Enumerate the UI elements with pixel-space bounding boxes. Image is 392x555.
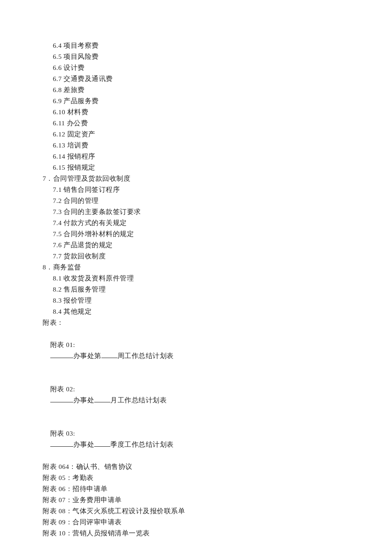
appendix-02-tail: 月工作总结计划表 bbox=[110, 396, 167, 404]
toc-item-7-3: 7.3 合同的主要条款签订要求 bbox=[43, 206, 392, 217]
appendix-03: 附表 03: 办事处季度工作总结计划表 bbox=[43, 417, 392, 461]
appendix-10: 附表 10：营销人员报销清单一览表 bbox=[43, 528, 392, 539]
toc-item-6-11: 6.11 办公费 bbox=[43, 118, 392, 129]
toc-section-8: 8．商务监督 bbox=[43, 262, 392, 273]
toc-item-6-6: 6.6 设计费 bbox=[43, 62, 392, 73]
appendix-01: 附表 01: 办事处第周工作总结计划表 bbox=[43, 328, 392, 373]
blank-field bbox=[50, 446, 73, 447]
blank-field bbox=[94, 446, 110, 447]
blank-field bbox=[50, 358, 73, 358]
appendix-08: 附表 08：气体灭火系统工程设计及报价联系单 bbox=[43, 506, 392, 517]
appendix-07: 附表 07：业务费用申请单 bbox=[43, 494, 392, 506]
appendix-01-tail: 周工作总结计划表 bbox=[118, 352, 174, 359]
toc-section-7: 7．合同管理及货款回收制度 bbox=[43, 173, 392, 184]
toc-item-8-4: 8.4 其他规定 bbox=[43, 306, 392, 317]
toc-item-6-12: 6.12 固定资产 bbox=[43, 129, 392, 140]
toc-item-6-15: 6.15 报销规定 bbox=[43, 162, 392, 173]
toc-item-6-9: 6.9 产品服务费 bbox=[43, 95, 392, 107]
toc-item-6-14: 6.14 报销程序 bbox=[43, 151, 392, 162]
toc-item-7-1: 7.1 销售合同签订程序 bbox=[43, 184, 392, 195]
appendix-03-pre: 附表 03: bbox=[50, 430, 75, 437]
appendix-01-mid: 办事处第 bbox=[73, 352, 101, 359]
toc-item-6-13: 6.13 培训费 bbox=[43, 140, 392, 151]
appendix-title: 附表： bbox=[43, 317, 392, 328]
appendix-05: 附表 05：考勤表 bbox=[43, 472, 392, 483]
document-page: 6.4 项目考察费 6.5 项目风险费 6.6 设计费 6.7 交通费及通讯费 … bbox=[0, 0, 392, 555]
appendix-02: 附表 02: 办事处月工作总结计划表 bbox=[43, 373, 392, 417]
blank-field bbox=[101, 358, 118, 358]
toc-item-6-10: 6.10 材料费 bbox=[43, 107, 392, 118]
toc-item-6-8: 6.8 差旅费 bbox=[43, 84, 392, 95]
toc-item-7-4: 7.4 付款方式的有关规定 bbox=[43, 217, 392, 228]
appendix-03-tail: 季度工作总结计划表 bbox=[110, 441, 174, 448]
toc-item-8-1: 8.1 收发货及资料原件管理 bbox=[43, 273, 392, 284]
blank-field bbox=[50, 402, 73, 402]
appendix-04: 附表 064：确认书、销售协议 bbox=[43, 461, 392, 472]
toc-item-7-7: 7.7 货款回收制度 bbox=[43, 251, 392, 262]
toc-item-8-3: 8.3 报价管理 bbox=[43, 295, 392, 306]
toc-item-6-5: 6.5 项目风险费 bbox=[43, 51, 392, 62]
toc-item-6-4: 6.4 项目考察费 bbox=[43, 40, 392, 51]
toc-item-8-2: 8.2 售后服务管理 bbox=[43, 284, 392, 295]
toc-item-7-2: 7.2 合同的管理 bbox=[43, 195, 392, 206]
appendix-06: 附表 06：招待申请单 bbox=[43, 483, 392, 494]
toc-item-7-5: 7.5 合同外增补材料的规定 bbox=[43, 228, 392, 240]
appendix-01-pre: 附表 01: bbox=[50, 341, 75, 348]
appendix-09: 附表 09：合同评审申请表 bbox=[43, 517, 392, 528]
blank-field bbox=[94, 402, 110, 402]
toc-item-6-7: 6.7 交通费及通讯费 bbox=[43, 73, 392, 84]
appendix-03-mid: 办事处 bbox=[73, 441, 95, 448]
appendix-02-pre: 附表 02: bbox=[50, 385, 75, 393]
appendix-02-mid: 办事处 bbox=[73, 396, 95, 404]
toc-item-7-6: 7.6 产品退货的规定 bbox=[43, 240, 392, 251]
